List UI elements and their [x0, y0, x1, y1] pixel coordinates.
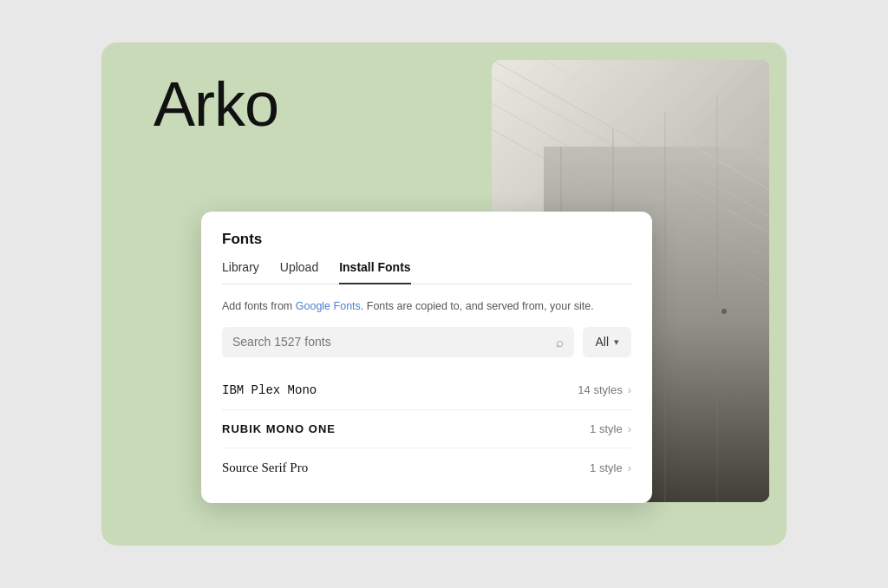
font-name: RUBIK MONO ONE — [222, 422, 336, 435]
tab-upload[interactable]: Upload — [280, 260, 318, 284]
search-box[interactable]: ⌕ — [222, 327, 574, 357]
tabs-bar: Library Upload Install Fonts — [222, 260, 631, 284]
tab-install-fonts[interactable]: Install Fonts — [339, 260, 410, 284]
panel-title: Fonts — [222, 231, 631, 248]
filter-dropdown[interactable]: All ▾ — [583, 327, 631, 357]
chevron-right-icon: › — [628, 383, 631, 396]
font-name: Source Serif Pro — [222, 461, 308, 475]
styles-count: 1 style — [590, 422, 623, 435]
font-row[interactable]: RUBIK MONO ONE 1 style › — [222, 410, 631, 448]
outer-card: Arko — [101, 42, 787, 546]
chevron-right-icon: › — [628, 422, 631, 435]
font-meta: 1 style › — [590, 461, 631, 474]
svg-point-15 — [722, 309, 727, 314]
font-row[interactable]: IBM Plex Mono 14 styles › — [222, 371, 631, 410]
font-meta: 14 styles › — [578, 383, 631, 396]
font-name: IBM Plex Mono — [222, 383, 317, 397]
arko-title: Arko — [153, 69, 278, 140]
search-row: ⌕ All ▾ — [222, 327, 631, 357]
description-text: Add fonts from Google Fonts. Fonts are c… — [222, 298, 631, 315]
tab-library[interactable]: Library — [222, 260, 259, 284]
font-meta: 1 style › — [590, 422, 631, 435]
styles-count: 14 styles — [578, 383, 622, 396]
search-icon: ⌕ — [556, 335, 564, 350]
chevron-right-icon: › — [628, 461, 631, 474]
chevron-down-icon: ▾ — [614, 336, 619, 348]
fonts-panel: Fonts Library Upload Install Fonts Add f… — [201, 212, 652, 503]
search-input[interactable] — [232, 335, 549, 349]
google-fonts-link[interactable]: Google Fonts — [296, 300, 361, 312]
font-list: IBM Plex Mono 14 styles › RUBIK MONO ONE… — [222, 371, 631, 487]
font-row[interactable]: Source Serif Pro 1 style › — [222, 448, 631, 487]
filter-label: All — [595, 335, 609, 349]
styles-count: 1 style — [590, 461, 623, 474]
